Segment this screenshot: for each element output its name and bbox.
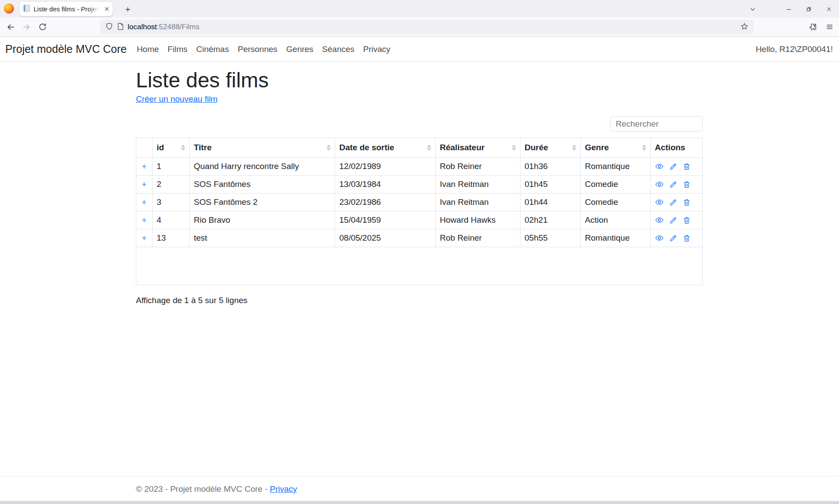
cell-date: 13/03/1984 <box>335 175 435 193</box>
url-bar[interactable]: localhost:52488/Films <box>100 20 754 35</box>
cell-realisateur: Rob Reiner <box>435 229 520 247</box>
trash-icon <box>683 180 691 189</box>
cell-titre: Rio Bravo <box>189 211 335 229</box>
tab-favicon-icon <box>23 5 30 14</box>
cell-titre: test <box>189 229 335 247</box>
window-minimize-button[interactable] <box>784 4 794 14</box>
edit-button[interactable] <box>669 216 677 224</box>
eye-icon <box>655 162 664 171</box>
expand-row-button[interactable]: + <box>142 216 146 224</box>
edit-button[interactable] <box>669 162 677 171</box>
footer-privacy-link[interactable]: Privacy <box>270 484 297 494</box>
delete-button[interactable] <box>683 162 691 171</box>
page-info-icon[interactable] <box>117 23 124 32</box>
tab-list-chevron-icon[interactable] <box>748 4 757 14</box>
expand-row-button[interactable]: + <box>142 162 146 171</box>
eye-icon <box>655 198 664 207</box>
nav-item-genres[interactable]: Genres <box>282 45 318 54</box>
column-header-date[interactable]: Date de sortie <box>335 138 435 157</box>
view-button[interactable] <box>655 234 664 242</box>
tracking-shield-icon[interactable] <box>105 22 113 32</box>
column-header-titre[interactable]: Titre <box>189 138 335 157</box>
sort-icon <box>427 145 431 151</box>
page-title: Liste des films <box>136 68 269 92</box>
expand-row-button[interactable]: + <box>142 198 146 207</box>
search-input[interactable] <box>610 116 703 131</box>
edit-button[interactable] <box>669 234 677 242</box>
bookmark-star-icon[interactable] <box>740 22 749 32</box>
url-host: localhost <box>128 23 157 31</box>
tab-close-icon[interactable] <box>104 6 110 12</box>
view-button[interactable] <box>655 216 664 224</box>
pencil-icon <box>669 198 677 207</box>
trash-icon <box>683 162 691 171</box>
expand-row-button[interactable]: + <box>142 180 146 189</box>
forward-button[interactable] <box>21 21 32 33</box>
eye-icon <box>655 234 664 242</box>
sort-icon <box>572 145 576 151</box>
column-header-duree[interactable]: Durée <box>520 138 580 157</box>
column-header-actions: Actions <box>650 138 703 157</box>
cell-genre: Romantique <box>580 157 650 175</box>
pencil-icon <box>669 162 677 171</box>
table-header-row: id Titre Date de sortie Réalisateur Duré… <box>136 138 703 157</box>
sort-icon <box>326 145 331 151</box>
copyright-text: © 2023 - Projet modèle MVC Core - <box>136 484 270 494</box>
films-table-body: + 1 Quand Harry rencontre Sally 12/02/19… <box>136 157 703 247</box>
nav-item-seances[interactable]: Séances <box>318 45 359 54</box>
pencil-icon <box>669 216 677 224</box>
cell-date: 15/04/1959 <box>335 211 435 229</box>
pencil-icon <box>669 234 677 242</box>
extensions-puzzle-icon[interactable] <box>807 21 818 33</box>
menu-hamburger-icon[interactable] <box>824 21 835 33</box>
browser-tab[interactable]: Liste des films - Projet modèle M <box>19 2 113 16</box>
view-button[interactable] <box>655 198 664 207</box>
back-button[interactable] <box>5 21 17 33</box>
nav-item-films[interactable]: Films <box>163 45 192 54</box>
window-restore-button[interactable] <box>804 4 814 14</box>
films-table: id Titre Date de sortie Réalisateur Duré… <box>136 138 703 285</box>
site-footer: © 2023 - Projet modèle MVC Core - Privac… <box>0 476 839 501</box>
column-header-realisateur[interactable]: Réalisateur <box>435 138 520 157</box>
reload-button[interactable] <box>37 21 48 33</box>
trash-icon <box>683 198 691 207</box>
nav-item-personnes[interactable]: Personnes <box>233 45 282 54</box>
tab-bar: Liste des films - Projet modèle M <box>0 0 839 17</box>
browser-toolbar: localhost:52488/Films <box>0 17 839 37</box>
sort-icon <box>642 145 646 151</box>
cell-titre: SOS Fantômes <box>189 175 335 193</box>
column-header-expand <box>136 138 152 157</box>
column-header-id[interactable]: id <box>152 138 189 157</box>
site-navbar: Projet modèle MVC Core Home Films Cinéma… <box>0 37 839 62</box>
cell-date: 23/02/1986 <box>335 193 435 211</box>
cell-duree: 02h21 <box>520 211 580 229</box>
trash-icon <box>683 216 691 224</box>
cell-duree: 01h44 <box>520 193 580 211</box>
url-path: :52488/Films <box>157 23 199 31</box>
nav-item-cinemas[interactable]: Cinémas <box>192 45 233 54</box>
edit-button[interactable] <box>669 180 677 189</box>
window-bottom-edge <box>0 501 839 504</box>
table-row: + 3 SOS Fantômes 2 23/02/1986 Ivan Reitm… <box>136 193 703 211</box>
cell-id: 13 <box>152 229 189 247</box>
column-header-genre[interactable]: Genre <box>580 138 650 157</box>
delete-button[interactable] <box>683 198 691 207</box>
navbar-brand[interactable]: Projet modèle MVC Core <box>5 43 127 55</box>
cell-genre: Comedie <box>580 193 650 211</box>
create-film-link[interactable]: Créer un nouveau film <box>136 94 218 104</box>
new-tab-button[interactable] <box>123 4 132 14</box>
delete-button[interactable] <box>683 234 691 242</box>
nav-item-home[interactable]: Home <box>132 45 163 54</box>
delete-button[interactable] <box>683 216 691 224</box>
view-button[interactable] <box>655 180 664 189</box>
cell-duree: 01h36 <box>520 157 580 175</box>
delete-button[interactable] <box>683 180 691 189</box>
user-greeting[interactable]: Hello, R12\ZP00041! <box>756 45 834 54</box>
expand-row-button[interactable]: + <box>142 234 146 242</box>
edit-button[interactable] <box>669 198 677 207</box>
cell-realisateur: Rob Reiner <box>435 157 520 175</box>
window-close-button[interactable] <box>824 4 834 14</box>
view-button[interactable] <box>655 162 664 171</box>
cell-realisateur: Howard Hawks <box>435 211 520 229</box>
nav-item-privacy[interactable]: Privacy <box>359 45 395 54</box>
